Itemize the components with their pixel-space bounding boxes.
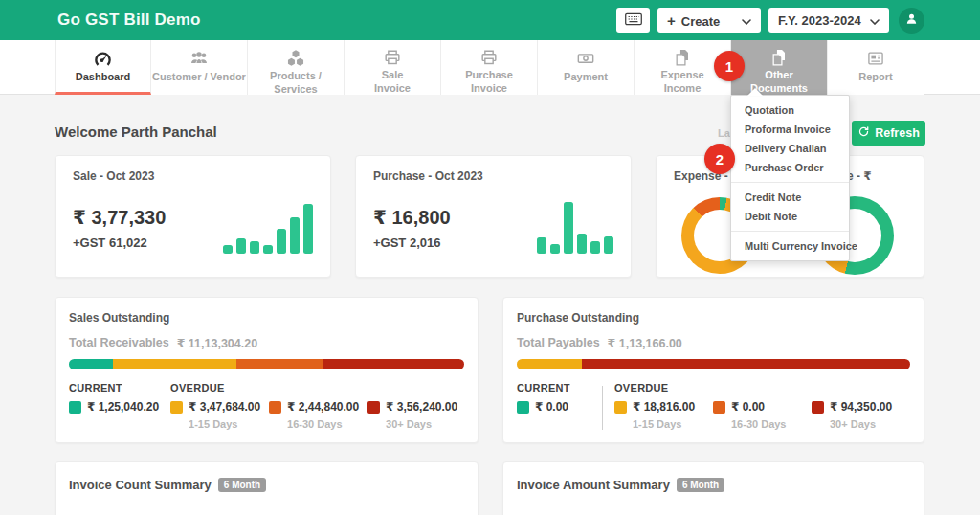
total-payables-value: ₹ 1,13,166.00 — [608, 336, 682, 350]
overdue-1-period: 1-15 Days — [633, 418, 713, 430]
tab-products-services[interactable]: Products / Services — [248, 40, 345, 95]
overdue-2-period: 16-30 Days — [731, 418, 812, 430]
legend-item-overdue-3: ₹ 3,56,240.00 30+ Days — [368, 400, 466, 430]
sales-outstanding-card: Sales Outstanding Total Receivables ₹ 11… — [55, 297, 479, 443]
other-documents-menu: Quotation Proforma Invoice Delivery Chal… — [730, 95, 850, 261]
purchase-aging-bar — [517, 359, 910, 369]
overdue-2-swatch — [713, 401, 725, 414]
app-header: Go GST Bill Demo +Create F.Y. 2023-2024 — [0, 0, 980, 40]
aging-bar-segment — [113, 359, 236, 369]
tab-label: Expense Income — [660, 69, 703, 96]
menu-divider — [731, 231, 849, 232]
financial-year-value: F.Y. 2023-2024 — [778, 13, 861, 28]
legend-divider — [602, 386, 603, 430]
menu-item-proforma-invoice[interactable]: Proforma Invoice — [731, 120, 849, 139]
menu-item-debit-note[interactable]: Debit Note — [731, 207, 849, 226]
mini-bar — [564, 202, 573, 254]
sale-card-title: Sale - Oct 2023 — [73, 169, 313, 183]
aging-bar-segment — [323, 359, 464, 369]
purchase-outstanding-card: Purchase Outstanding Total Payables ₹ 1,… — [502, 297, 924, 443]
overdue-2-amount: ₹ 2,44,840.00 — [287, 400, 368, 414]
create-dropdown-button[interactable]: +Create — [657, 8, 761, 33]
sale-mini-bar-chart — [223, 204, 313, 254]
legend-item-overdue-1: ₹ 3,47,684.00 1-15 Days — [170, 400, 269, 430]
menu-item-purchase-order[interactable]: Purchase Order — [731, 158, 849, 177]
current-amount: ₹ 1,25,040.20 — [87, 400, 159, 414]
invoice-count-summary-card: Invoice Count Summary 6 Month — [55, 461, 479, 515]
overdue-2-swatch — [269, 401, 281, 414]
printer-icon — [383, 48, 402, 67]
step-1-marker: 1 — [714, 51, 745, 81]
menu-item-credit-note[interactable]: Credit Note — [731, 188, 849, 207]
keyboard-icon — [625, 12, 642, 29]
step-2-marker: 2 — [704, 144, 735, 174]
current-label: CURRENT — [69, 382, 159, 393]
total-payables-label: Total Payables — [517, 336, 600, 350]
keyboard-shortcuts-button[interactable] — [616, 8, 650, 33]
overdue-2-period: 16-30 Days — [287, 418, 368, 430]
overdue-1-period: 1-15 Days — [189, 418, 269, 430]
overdue-3-period: 30+ Days — [386, 418, 466, 430]
current-swatch — [69, 401, 81, 414]
create-label: Create — [681, 14, 720, 29]
purchase-mini-bar-chart — [537, 202, 613, 254]
financial-year-dropdown[interactable]: F.Y. 2023-2024 — [768, 8, 889, 33]
overdue-3-swatch — [812, 401, 824, 414]
plus-icon: + — [667, 12, 676, 29]
tab-purchase-invoice[interactable]: Purchase Invoice — [441, 40, 538, 95]
mini-bar — [303, 204, 313, 254]
refresh-button[interactable]: Refresh — [852, 121, 925, 146]
tab-label: Products / Services — [248, 70, 344, 97]
overdue-2-amount: ₹ 0.00 — [731, 400, 812, 414]
legend-item-overdue-1: ₹ 18,816.00 1-15 Days — [614, 400, 713, 430]
aging-bar-segment — [517, 359, 582, 369]
tab-label: Report — [858, 71, 892, 84]
mini-bar — [290, 217, 300, 254]
legend-item-overdue-2: ₹ 2,44,840.00 16-30 Days — [269, 400, 368, 430]
overdue-label: OVERDUE — [170, 382, 466, 393]
aging-bar-segment — [236, 359, 323, 369]
user-icon — [904, 11, 919, 30]
invoice-amount-summary-card: Invoice Amount Summary 6 Month — [502, 461, 924, 515]
menu-item-multi-currency-invoice[interactable]: Multi Currency Invoice — [731, 236, 849, 256]
tab-customer-vendor[interactable]: Customer / Vendor — [151, 40, 248, 95]
tab-label: Dashboard — [76, 71, 130, 84]
tab-payment[interactable]: Payment — [538, 40, 635, 95]
invoice-count-summary-title: Invoice Count Summary — [69, 478, 212, 492]
tab-label: Sale Invoice — [374, 69, 411, 96]
documents-icon — [673, 48, 692, 67]
mini-bar — [236, 238, 246, 254]
overdue-1-amount: ₹ 18,816.00 — [633, 400, 713, 414]
mini-bar — [250, 241, 259, 254]
total-receivables-value: ₹ 11,13,304.20 — [177, 336, 257, 350]
menu-item-quotation[interactable]: Quotation — [731, 101, 849, 120]
tab-dashboard[interactable]: Dashboard — [55, 40, 151, 95]
tab-label: Customer / Vendor — [152, 71, 246, 84]
welcome-text: Welcome Parth Panchal — [55, 123, 217, 140]
documents-icon — [769, 48, 789, 67]
mini-bar — [537, 237, 546, 254]
legend-item-current: ₹ 0.00 — [517, 400, 602, 414]
legend-item-overdue-3: ₹ 94,350.00 30+ Days — [812, 400, 910, 430]
app-title: Go GST Bill Demo — [57, 11, 201, 30]
overdue-3-period: 30+ Days — [830, 418, 910, 430]
menu-divider — [731, 182, 849, 183]
mini-bar — [577, 234, 587, 254]
six-month-badge: 6 Month — [677, 478, 724, 492]
mini-bar — [604, 236, 613, 254]
aging-bar-segment — [582, 359, 910, 369]
main-nav: Dashboard Customer / Vendor Products / S… — [0, 40, 980, 95]
menu-item-delivery-challan[interactable]: Delivery Challan — [731, 139, 849, 158]
header-controls: +Create F.Y. 2023-2024 — [616, 8, 924, 34]
tab-report[interactable]: Report — [828, 40, 924, 95]
tab-other-documents[interactable]: Other Documents — [731, 40, 828, 95]
purchase-card-title: Purchase - Oct 2023 — [373, 169, 613, 183]
overdue-1-amount: ₹ 3,47,684.00 — [189, 400, 269, 414]
printer-icon — [479, 48, 499, 67]
chevron-down-icon — [870, 13, 880, 28]
tab-sale-invoice[interactable]: Sale Invoice — [345, 40, 441, 95]
overdue-3-amount: ₹ 94,350.00 — [830, 400, 910, 414]
six-month-badge: 6 Month — [218, 478, 266, 492]
user-avatar[interactable] — [899, 8, 924, 34]
total-receivables-label: Total Receivables — [69, 336, 169, 350]
